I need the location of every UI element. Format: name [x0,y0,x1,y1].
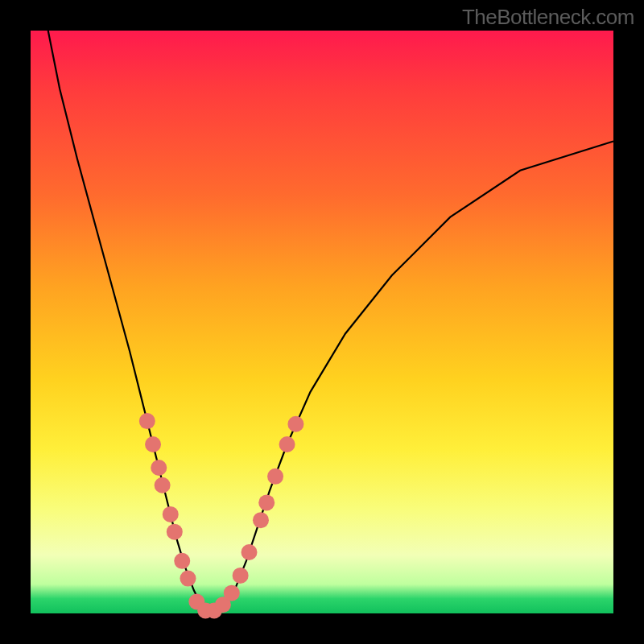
sample-point [224,585,240,601]
sample-point [258,494,275,510]
watermark-text: TheBottleneck.com [462,5,634,30]
sample-points [139,413,304,618]
bottleneck-curve [48,31,613,613]
chart-overlay [31,31,613,613]
sample-point [151,460,167,476]
sample-point [233,568,249,584]
sample-point [242,544,258,560]
sample-point [163,506,179,522]
sample-point [167,524,183,540]
sample-point [267,469,283,485]
sample-point [145,436,161,452]
sample-point [253,512,269,528]
sample-point [279,436,295,452]
sample-point [155,477,171,493]
sample-point [139,413,155,429]
chart-frame: TheBottleneck.com [0,0,644,644]
sample-point [174,553,190,569]
sample-point [287,416,303,432]
sample-point [180,571,196,587]
